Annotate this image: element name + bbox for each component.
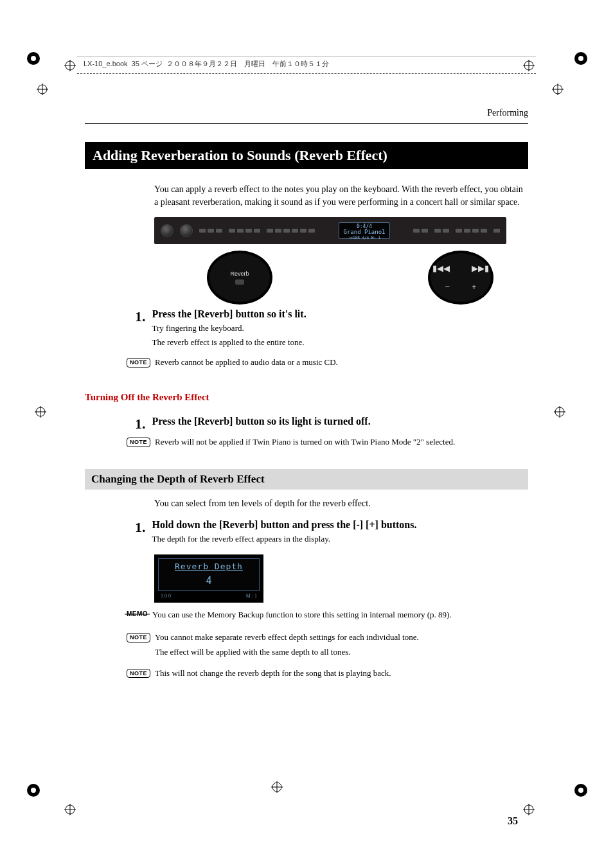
lcd-title: Reverb Depth bbox=[159, 562, 259, 571]
subheading-bar: Changing the Depth of Reverb Effect bbox=[85, 469, 528, 490]
memo-text: You can use the Memory Backup function t… bbox=[152, 609, 452, 621]
lcd-scale-right: M : 1 bbox=[246, 593, 257, 599]
knob-icon bbox=[161, 224, 173, 237]
reg-mark-icon bbox=[573, 51, 587, 66]
svg-point-5 bbox=[31, 788, 36, 793]
step-number: 1. bbox=[135, 308, 146, 324]
step-number: 1. bbox=[135, 519, 146, 535]
step-text: The reverb effect is applied to the enti… bbox=[152, 337, 306, 349]
doc-header-info: LX-10_e.book 35 ページ ２００８年９月２２日 月曜日 午前１０時… bbox=[84, 59, 329, 69]
note-badge: NOTE bbox=[127, 669, 150, 678]
crosshair-icon bbox=[35, 82, 49, 96]
rewind-icon: ▮◀◀ bbox=[432, 263, 450, 273]
intro-text: You can apply a reverb effect to the not… bbox=[154, 183, 524, 209]
reg-mark-icon bbox=[26, 783, 40, 797]
reg-mark-icon bbox=[26, 51, 40, 66]
step-text: Try fingering the keyboard. bbox=[152, 323, 306, 335]
subheading: Turning Off the Reverb Effect bbox=[85, 392, 528, 403]
note-text: This will not change the reverb depth fo… bbox=[155, 668, 391, 680]
reverb-button-callout: Reverb bbox=[207, 251, 272, 305]
section-title-bar: Adding Reverberation to Sounds (Reverb E… bbox=[85, 142, 528, 169]
plus-icon: + bbox=[472, 282, 477, 292]
crosshair-icon bbox=[63, 802, 77, 817]
note-text: Reverb cannot be applied to audio data o… bbox=[155, 357, 338, 369]
svg-point-3 bbox=[578, 56, 583, 61]
running-head: Performing bbox=[85, 108, 528, 118]
page-number: 35 bbox=[508, 815, 518, 827]
crosshair-icon bbox=[63, 58, 77, 73]
step-title: Press the [Reverb] button so it's lit. bbox=[152, 308, 306, 320]
note-text: Reverb will not be applied if Twin Piano… bbox=[155, 436, 455, 448]
knob-icon bbox=[180, 224, 193, 237]
minus-icon: − bbox=[445, 282, 450, 292]
step-title: Hold down the [Reverb] button and press … bbox=[152, 519, 417, 531]
section-intro: You can select from ten levels of depth … bbox=[154, 497, 524, 510]
plus-minus-callout: ▮◀◀ ▶▶▮ − + bbox=[428, 251, 493, 305]
note-badge: NOTE bbox=[127, 633, 150, 642]
forward-icon: ▶▶▮ bbox=[472, 263, 489, 273]
memo-badge: MEMO bbox=[127, 610, 148, 617]
note-text: The effect will be applied with the same… bbox=[155, 646, 419, 659]
svg-point-1 bbox=[31, 56, 36, 61]
dotted-separator: • • • • • • • • • • • • • • • • • • • • … bbox=[85, 405, 528, 408]
note-text: You cannot make separate reverb effect d… bbox=[155, 632, 419, 644]
crosshair-icon bbox=[33, 405, 48, 419]
step-number: 1. bbox=[135, 416, 146, 431]
reg-mark-icon bbox=[573, 783, 587, 797]
lcd-value: 4 bbox=[159, 575, 259, 587]
svg-point-7 bbox=[578, 788, 583, 793]
page-top-rule bbox=[85, 123, 528, 124]
lcd-scale-left: 1 0 0 bbox=[161, 593, 171, 599]
control-panel-figure: 0:4/4 Grand Piano1 ♩=108 4/4 M: 1 Reverb… bbox=[154, 217, 506, 305]
panel-lcd: 0:4/4 Grand Piano1 ♩=108 4/4 M: 1 bbox=[339, 222, 390, 239]
note-badge: NOTE bbox=[127, 358, 150, 368]
step-text: The depth for the reverb effect appears … bbox=[152, 533, 417, 545]
crosshair-icon bbox=[551, 82, 565, 96]
step-title: Press the [Reverb] button so its light i… bbox=[152, 416, 371, 427]
note-badge: NOTE bbox=[127, 438, 150, 447]
lcd-display-figure: Reverb Depth 4 1 0 0 M : 1 bbox=[154, 554, 263, 603]
crosshair-icon bbox=[553, 405, 567, 419]
